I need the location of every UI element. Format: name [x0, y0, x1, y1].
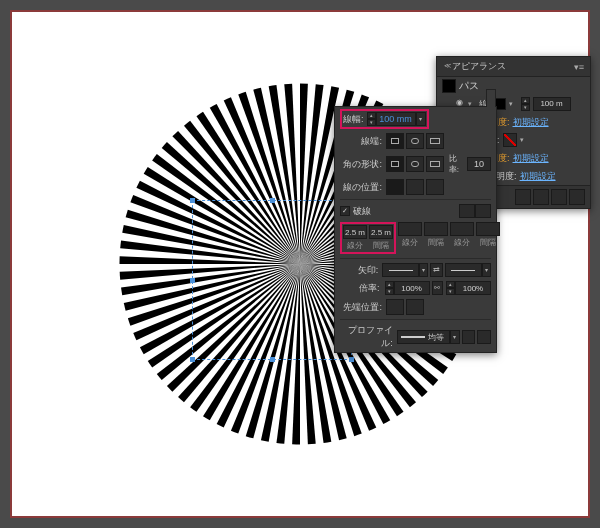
dash-1-label: 線分	[347, 240, 363, 251]
panel-title: アピアランス	[452, 60, 506, 73]
path-thumb-icon	[442, 79, 456, 93]
divider	[340, 319, 491, 320]
resize-handle[interactable]	[270, 357, 275, 362]
cap-butt-button[interactable]	[386, 133, 404, 149]
cap-row: 線端:	[335, 131, 496, 151]
dropdown-icon[interactable]: ▾	[450, 330, 460, 344]
dropdown-icon[interactable]: ▾	[520, 136, 528, 144]
corner-label: 角の形状:	[340, 158, 382, 171]
dropdown-icon[interactable]: ▾	[419, 263, 428, 277]
delete-button[interactable]	[569, 189, 585, 205]
clear-button[interactable]	[533, 189, 549, 205]
cap-label: 線端:	[340, 135, 382, 148]
resize-handle[interactable]	[190, 198, 195, 203]
scale-b-input[interactable]	[455, 281, 491, 295]
arrow-align-row: 先端位置:	[335, 297, 496, 317]
stroke-panel: 線幅: ▴▾ ▾ 線端: 角の形状: 比率: 線の位置: ✓ 破線	[334, 106, 497, 353]
profile-label: プロファイル:	[340, 324, 393, 350]
flip-along-button[interactable]	[462, 330, 476, 344]
scale-b-spinner[interactable]: ▴▾	[446, 281, 455, 295]
divider	[340, 199, 491, 200]
arrow-end-select[interactable]	[445, 263, 482, 277]
gap-2-input[interactable]	[424, 222, 448, 236]
dash-inputs-row: 線分 間隔 線分 間隔 線分 間隔	[335, 220, 496, 256]
align-label: 線の位置:	[340, 181, 382, 194]
limit-input[interactable]	[467, 157, 491, 171]
align-outside-button[interactable]	[426, 179, 444, 195]
resize-handle[interactable]	[349, 357, 354, 362]
dash-align-exact-button[interactable]	[459, 204, 475, 218]
arrow-row: 矢印: ▾ ⇄ ▾	[335, 261, 496, 279]
panel-header[interactable]: ≪ アピアランス ▾≡	[437, 57, 590, 77]
align-center-button[interactable]	[386, 179, 404, 195]
dashed-row: ✓ 破線	[335, 202, 496, 220]
arrow-align-label: 先端位置:	[340, 301, 382, 314]
arrow-start-select[interactable]	[382, 263, 419, 277]
arrow-label: 矢印:	[340, 264, 378, 277]
scale-a-spinner[interactable]: ▴▾	[385, 281, 394, 295]
selection-bounding-box[interactable]	[192, 200, 352, 360]
gap-2-label: 間隔	[428, 237, 444, 248]
flip-across-button[interactable]	[477, 330, 491, 344]
opacity-value-link[interactable]: 初期設定	[520, 170, 556, 183]
panel-menu-icon[interactable]: ▾≡	[573, 62, 585, 72]
arrow-align-extend-button[interactable]	[386, 299, 404, 315]
dash-2-input[interactable]	[398, 222, 422, 236]
duplicate-button[interactable]	[551, 189, 567, 205]
gap-3-label: 間隔	[480, 237, 496, 248]
dropdown-icon[interactable]: ▾	[509, 100, 517, 108]
profile-select[interactable]: 均等	[397, 330, 450, 344]
arrow-align-end-button[interactable]	[406, 299, 424, 315]
join-miter-button[interactable]	[386, 156, 404, 172]
cap-round-button[interactable]	[406, 133, 424, 149]
stroke-weight-value[interactable]: 100 m	[533, 97, 571, 111]
dash-1-input[interactable]	[343, 225, 367, 239]
align-inside-button[interactable]	[406, 179, 424, 195]
dash-3-label: 線分	[454, 237, 470, 248]
fill-swatch-none[interactable]	[503, 133, 517, 147]
limit-label: 比率:	[449, 153, 467, 175]
resize-handle[interactable]	[190, 278, 195, 283]
join-bevel-button[interactable]	[426, 156, 444, 172]
item-name: パス	[459, 79, 479, 93]
profile-row: プロファイル: 均等 ▾	[335, 322, 496, 352]
appearance-item-path[interactable]: パス	[437, 77, 590, 95]
divider	[340, 258, 491, 259]
dash-3-input[interactable]	[450, 222, 474, 236]
align-row: 線の位置:	[335, 177, 496, 197]
gap-1-label: 間隔	[373, 240, 389, 251]
stroke-weight-spinner[interactable]: ▴▾	[521, 97, 530, 111]
gap-1-input[interactable]	[369, 225, 393, 239]
dashed-label: 破線	[353, 205, 371, 218]
fx-button[interactable]	[515, 189, 531, 205]
dash-2-label: 線分	[402, 237, 418, 248]
corner-row: 角の形状: 比率:	[335, 151, 496, 177]
profile-value: 均等	[428, 332, 444, 343]
collapse-icon[interactable]: ≪	[442, 62, 452, 72]
scale-label: 倍率:	[340, 282, 380, 295]
dropdown-icon[interactable]: ▾	[482, 263, 491, 277]
link-scale-icon[interactable]: ⚯	[432, 281, 443, 295]
opacity-value-link[interactable]: 初期設定	[513, 116, 549, 129]
gap-3-input[interactable]	[476, 222, 500, 236]
scale-row: 倍率: ▴▾ ⚯ ▴▾	[335, 279, 496, 297]
swap-arrows-button[interactable]: ⇄	[430, 263, 443, 277]
dashed-checkbox[interactable]: ✓	[340, 206, 350, 216]
weight-dropdown-icon[interactable]: ▾	[416, 112, 426, 126]
opacity-value-link[interactable]: 初期設定	[513, 152, 549, 165]
cap-projecting-button[interactable]	[426, 133, 444, 149]
join-round-button[interactable]	[406, 156, 424, 172]
profile-preview-icon	[401, 336, 425, 338]
panel-tab[interactable]	[486, 89, 496, 107]
weight-input[interactable]	[376, 112, 416, 126]
resize-handle[interactable]	[270, 198, 275, 203]
dash-align-corner-button[interactable]	[475, 204, 491, 218]
resize-handle[interactable]	[190, 357, 195, 362]
stroke-weight-row: 線幅: ▴▾ ▾	[335, 107, 496, 131]
scale-a-input[interactable]	[394, 281, 430, 295]
weight-spinner[interactable]: ▴▾	[367, 112, 376, 126]
weight-label: 線幅:	[343, 113, 364, 126]
